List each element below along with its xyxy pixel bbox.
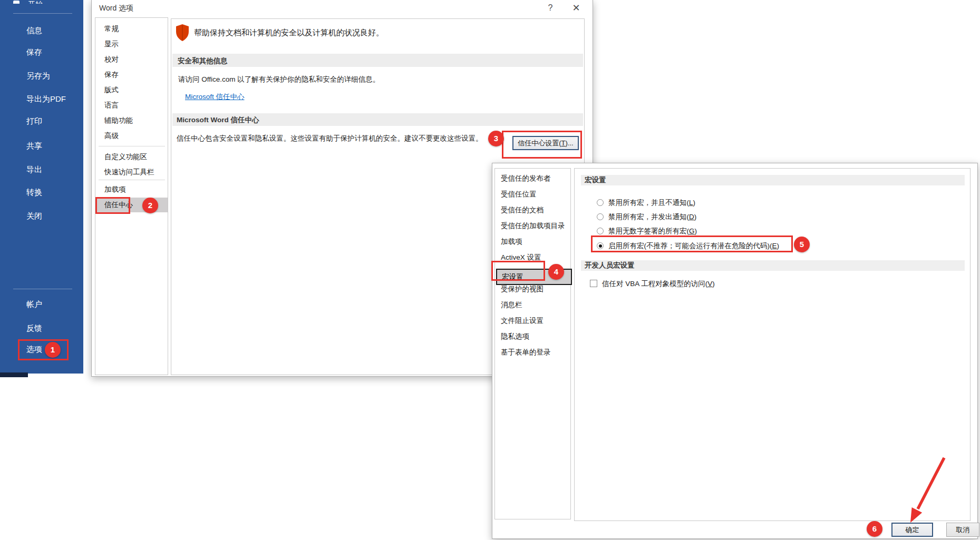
category-trust-center[interactable]: 信任中心 xyxy=(96,198,168,212)
radio-circle-selected[interactable] xyxy=(597,242,604,249)
sidebar-item-close[interactable]: 关闭 xyxy=(26,211,42,221)
ok-button[interactable]: 确定 xyxy=(891,523,933,537)
tc-category-trusted-publishers[interactable]: 受信任的发布者 xyxy=(496,171,570,186)
sidebar-item-export-pdf[interactable]: 导出为PDF xyxy=(26,94,66,104)
macro-settings-header: 宏设置 xyxy=(581,175,965,185)
security-shield-icon xyxy=(176,24,189,41)
section-header-word-trust-center: Microsoft Word 信任中心 xyxy=(172,113,583,126)
sidebar-item-save[interactable]: 保存 xyxy=(26,47,42,57)
category-layout[interactable]: 版式 xyxy=(96,83,168,97)
backstage-sidebar: 开始 信息 保存 另存为 导出为PDF 打印 共享 导出 转换 关闭 帐户 反馈… xyxy=(0,0,83,374)
sidebar-item-saveas[interactable]: 另存为 xyxy=(26,71,50,81)
tc-category-privacy[interactable]: 隐私选项 xyxy=(496,329,570,344)
category-display[interactable]: 显示 xyxy=(96,37,168,52)
category-language[interactable]: 语言 xyxy=(96,98,168,113)
sidebar-item-transform[interactable]: 转换 xyxy=(26,187,42,198)
tc-category-trusted-locations[interactable]: 受信任位置 xyxy=(496,187,570,202)
tc-category-message-bar[interactable]: 消息栏 xyxy=(496,298,570,312)
tc-category-addins[interactable]: 加载项 xyxy=(496,234,570,249)
category-advanced[interactable]: 高级 xyxy=(96,129,168,143)
sidebar-item-export[interactable]: 导出 xyxy=(26,164,42,175)
tc-category-trusted-addin-catalogs[interactable]: 受信任的加载项目录 xyxy=(496,219,570,233)
sidebar-item-feedback[interactable]: 反馈 xyxy=(26,323,42,333)
security-info-text: 请访问 Office.com 以了解有关保护你的隐私和安全的详细信息。 xyxy=(178,75,380,84)
cancel-button[interactable]: 取消 xyxy=(946,523,979,537)
sidebar-item-share[interactable]: 共享 xyxy=(26,141,42,151)
trust-intro-text: 帮助保持文档和计算机的安全以及计算机的状况良好。 xyxy=(194,28,384,38)
tc-category-file-block[interactable]: 文件阻止设置 xyxy=(496,313,570,328)
dialog-title: Word 选项 xyxy=(99,4,133,13)
sidebar-item-account[interactable]: 帐户 xyxy=(26,299,42,310)
category-proofing[interactable]: 校对 xyxy=(96,52,168,67)
trust-center-dialog: 受信任的发布者 受信任位置 受信任的文档 受信任的加载项目录 加载项 Activ… xyxy=(492,163,978,539)
trust-center-category-list: 受信任的发布者 受信任位置 受信任的文档 受信任的加载项目录 加载项 Activ… xyxy=(494,168,571,519)
macro-settings-page: 宏设置 禁用所有宏，并且不通知(L) 禁用所有宏，并发出通知(D) 禁用无数字签… xyxy=(574,168,971,521)
tc-category-form-based-signin[interactable]: 基于表单的登录 xyxy=(496,345,570,360)
trust-center-description: 信任中心包含安全设置和隐私设置。这些设置有助于保护计算机的安全。建议不要更改这些… xyxy=(177,134,483,143)
close-icon[interactable]: ✕ xyxy=(569,2,584,14)
document-icon xyxy=(13,1,20,4)
category-customize-ribbon[interactable]: 自定义功能区 xyxy=(96,150,168,164)
tc-category-activex[interactable]: ActiveX 设置 xyxy=(496,250,570,265)
list-divider xyxy=(99,146,165,146)
section-header-security-info: 安全和其他信息 xyxy=(172,54,583,67)
sidebar-item-options[interactable]: 选项 xyxy=(26,344,42,355)
sidebar-divider xyxy=(13,289,72,289)
window-edge-strip xyxy=(0,372,28,377)
developer-macro-settings-header: 开发人员宏设置 xyxy=(581,260,965,271)
category-save[interactable]: 保存 xyxy=(96,67,168,82)
radio-circle[interactable] xyxy=(597,213,604,220)
radio-circle[interactable] xyxy=(597,228,604,234)
help-icon[interactable]: ? xyxy=(544,3,557,13)
checkbox-unchecked[interactable] xyxy=(590,280,597,287)
category-accessibility[interactable]: 辅助功能 xyxy=(96,113,168,128)
options-category-list: 常规 显示 校对 保存 版式 语言 辅助功能 高级 自定义功能区 快速访问工具栏… xyxy=(95,17,168,375)
tc-category-trusted-documents[interactable]: 受信任的文档 xyxy=(496,203,570,218)
screenshot-stage: 开始 信息 保存 另存为 导出为PDF 打印 共享 导出 转换 关闭 帐户 反馈… xyxy=(0,0,980,540)
category-addins[interactable]: 加载项 xyxy=(96,182,168,197)
trust-center-settings-button[interactable]: 信任中心设置(T)... xyxy=(512,136,579,150)
radio-circle[interactable] xyxy=(597,199,604,206)
sidebar-divider xyxy=(13,13,72,14)
sidebar-item-print[interactable]: 打印 xyxy=(26,116,42,126)
clipped-nav-item: 开始 xyxy=(13,0,43,4)
category-quick-access[interactable]: 快速访问工具栏 xyxy=(96,165,168,180)
list-divider xyxy=(99,180,165,180)
category-general[interactable]: 常规 xyxy=(96,22,168,36)
sidebar-item-info[interactable]: 信息 xyxy=(26,25,42,36)
tc-category-protected-view[interactable]: 受保护的视图 xyxy=(496,282,570,297)
microsoft-trust-center-link[interactable]: Microsoft 信任中心 xyxy=(185,92,245,102)
